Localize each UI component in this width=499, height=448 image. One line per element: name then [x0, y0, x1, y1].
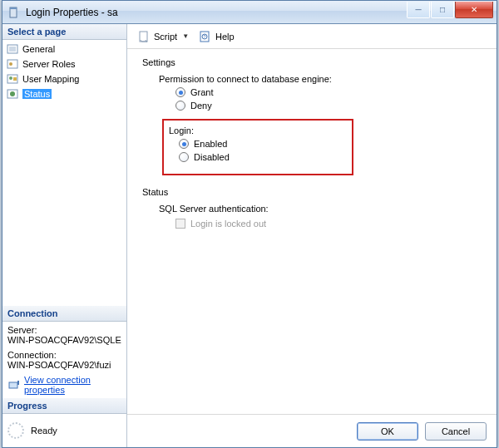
radio-disabled[interactable]: Disabled [179, 152, 347, 162]
page-item-label: Status [22, 89, 52, 99]
radio-label: Disabled [194, 152, 230, 162]
svg-point-9 [9, 76, 12, 80]
minimize-button[interactable]: ─ [407, 2, 430, 18]
window-title: Login Properties - sa [26, 7, 406, 18]
status-section: Status SQL Server authentication: Login … [142, 187, 482, 229]
status-title: Status [142, 187, 482, 197]
radio-icon [179, 139, 189, 149]
spacer [2, 103, 126, 306]
client-area: Select a page General Server Roles User … [2, 24, 497, 447]
help-label: Help [215, 32, 235, 42]
settings-section: Settings Permission to connect to databa… [142, 57, 482, 175]
close-button[interactable]: ✕ [455, 2, 493, 18]
left-pane: Select a page General Server Roles User … [2, 24, 127, 447]
svg-point-7 [9, 62, 12, 66]
dialog-footer: OK Cancel [127, 414, 497, 447]
radio-enabled[interactable]: Enabled [179, 139, 347, 149]
radio-icon [175, 87, 185, 97]
app-icon [7, 6, 21, 19]
connection-panel: Server: WIN-PSOACQFAV92\SQLEXPRESS Conne… [2, 322, 126, 398]
page-item-server-roles[interactable]: Server Roles [4, 57, 125, 71]
window-buttons: ─ □ ✕ [406, 2, 493, 18]
svg-rect-10 [13, 77, 17, 81]
locked-out-checkbox: Login is locked out [175, 219, 482, 229]
connection-label: Connection: [7, 350, 121, 360]
chevron-down-icon: ▼ [182, 32, 189, 40]
checkbox-icon [175, 219, 185, 229]
checkbox-label: Login is locked out [190, 219, 266, 229]
connection-value: WIN-PSOACQFAV92\fuzi [7, 360, 121, 370]
permission-label: Permission to connect to database engine… [159, 74, 482, 84]
radio-label: Deny [190, 101, 212, 111]
radio-icon [179, 152, 189, 162]
connection-icon [7, 378, 21, 391]
server-value: WIN-PSOACQFAV92\SQLEXPRESS [7, 335, 121, 345]
cancel-button[interactable]: Cancel [425, 422, 487, 441]
page-icon [6, 57, 19, 71]
page-list: General Server Roles User Mapping Status [2, 40, 126, 103]
settings-title: Settings [142, 57, 482, 67]
page-item-label: Server Roles [22, 59, 76, 69]
view-connection-link[interactable]: View connection properties [7, 375, 121, 395]
titlebar[interactable]: Login Properties - sa ─ □ ✕ [2, 1, 497, 24]
right-pane: Script ▼ ? Help Settings Permission to c… [127, 24, 497, 447]
content-body: Settings Permission to connect to databa… [127, 49, 497, 414]
radio-label: Enabled [194, 139, 227, 149]
maximize-button[interactable]: □ [431, 2, 454, 18]
help-button[interactable]: ? Help [195, 28, 238, 45]
page-icon [6, 72, 19, 86]
svg-rect-14 [17, 381, 19, 385]
login-label: Login: [169, 126, 347, 135]
page-item-status[interactable]: Status [4, 86, 125, 101]
ok-button[interactable]: OK [357, 422, 418, 441]
page-item-user-mapping[interactable]: User Mapping [4, 71, 125, 86]
page-icon [6, 87, 19, 101]
progress-status: Ready [31, 426, 57, 436]
radio-grant[interactable]: Grant [175, 87, 482, 97]
radio-icon [175, 101, 185, 111]
svg-rect-13 [9, 382, 17, 388]
svg-rect-1 [10, 7, 17, 9]
page-item-label: User Mapping [22, 74, 79, 84]
link-label: View connection properties [24, 375, 121, 395]
page-icon [6, 42, 19, 56]
login-highlight-box: Login: Enabled Disabled [162, 119, 353, 175]
radio-deny[interactable]: Deny [175, 101, 482, 111]
help-icon: ? [199, 30, 212, 43]
radio-label: Grant [190, 87, 214, 97]
page-item-general[interactable]: General [4, 42, 125, 57]
progress-panel: Ready [2, 414, 126, 447]
svg-point-12 [10, 91, 15, 96]
toolbar: Script ▼ ? Help [127, 24, 497, 49]
script-button[interactable]: Script ▼ [134, 28, 192, 45]
progress-header: Progress [2, 398, 126, 414]
connection-header: Connection [2, 306, 126, 322]
progress-spinner-icon [7, 422, 24, 439]
server-label: Server: [7, 325, 121, 335]
page-item-label: General [22, 44, 55, 54]
script-label: Script [154, 32, 177, 42]
select-page-header: Select a page [2, 24, 126, 40]
auth-label: SQL Server authentication: [159, 204, 482, 214]
script-icon [137, 30, 151, 43]
dialog-window: Login Properties - sa ─ □ ✕ Select a pag… [2, 0, 497, 448]
